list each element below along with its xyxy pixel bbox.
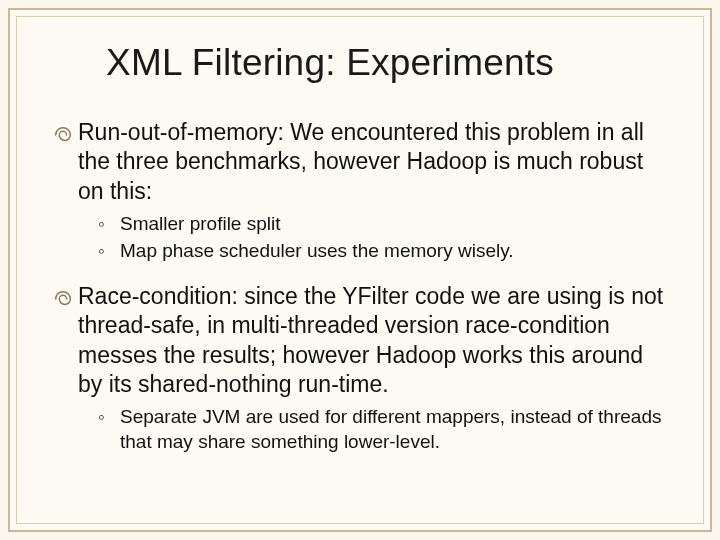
bullet-item: Run-out-of-memory: We encountered this p…	[52, 118, 668, 206]
sub-text: Smaller profile split	[120, 212, 281, 237]
bullet-text: Race-condition: since the YFilter code w…	[78, 282, 668, 400]
sub-list: ◦ Smaller profile split ◦ Map phase sche…	[98, 212, 668, 263]
slide-content: XML Filtering: Experiments Run-out-of-me…	[24, 24, 696, 516]
sub-bullet-icon: ◦	[98, 405, 114, 430]
sub-bullet-icon: ◦	[98, 212, 114, 237]
sub-item: ◦ Map phase scheduler uses the memory wi…	[98, 239, 668, 264]
bullet-text: Run-out-of-memory: We encountered this p…	[78, 118, 668, 206]
sub-item: ◦ Smaller profile split	[98, 212, 668, 237]
swirl-bullet-icon	[52, 124, 74, 146]
sub-item: ◦ Separate JVM are used for different ma…	[98, 405, 668, 454]
slide-frame: XML Filtering: Experiments Run-out-of-me…	[8, 8, 712, 532]
sub-bullet-icon: ◦	[98, 239, 114, 264]
swirl-bullet-icon	[52, 288, 74, 310]
slide-title: XML Filtering: Experiments	[106, 42, 668, 84]
sub-text: Separate JVM are used for different mapp…	[120, 405, 668, 454]
sub-list: ◦ Separate JVM are used for different ma…	[98, 405, 668, 454]
bullet-item: Race-condition: since the YFilter code w…	[52, 282, 668, 400]
sub-text: Map phase scheduler uses the memory wise…	[120, 239, 514, 264]
